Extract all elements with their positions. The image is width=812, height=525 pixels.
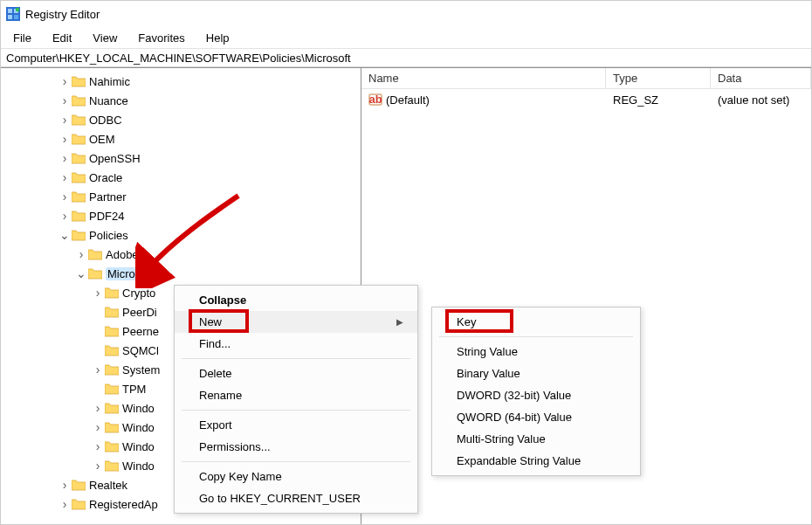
folder-icon [72,210,86,222]
tree-node-label: Windo [122,459,155,473]
context-submenu-new[interactable]: KeyString ValueBinary ValueDWORD (32-bit… [431,307,641,476]
chevron-right-icon[interactable]: › [58,190,72,203]
tree-node-label: Nahimic [89,75,130,88]
menu-help[interactable]: Help [197,30,238,46]
tree-node[interactable]: ›Nuance [1,91,361,110]
tree-node[interactable]: ⌄Policies [1,225,361,245]
ctx-item-collapse[interactable]: Collapse [175,289,417,311]
menu-item-label: QWORD (64-bit) Value [457,411,572,424]
chevron-right-icon[interactable]: › [91,459,105,472]
submenu-separator [439,336,633,337]
folder-icon [105,325,119,337]
submenu-item-key[interactable]: Key [432,311,640,333]
tree-node[interactable]: ›Oracle [1,168,361,187]
column-header-data[interactable]: Data [711,68,811,88]
chevron-right-icon[interactable]: › [58,479,72,491]
folder-icon [72,498,86,510]
tree-node-label: System [122,363,160,376]
tree-node[interactable]: ⌄Microsoft [1,264,361,283]
chevron-right-icon[interactable]: › [58,210,72,222]
tree-node[interactable]: ›OEM [1,129,361,149]
tree-node[interactable]: ›Partner [1,187,361,206]
tree-node-label: RegisteredAp [89,498,158,511]
folder-icon [105,363,119,376]
ctx-item-go-to-hkey-current-user[interactable]: Go to HKEY_CURRENT_USER [175,487,417,509]
folder-icon [72,75,86,87]
chevron-right-icon[interactable]: › [91,363,105,376]
chevron-right-icon[interactable]: › [58,114,72,126]
tree-node-label: ODBC [89,114,122,127]
menu-favorites[interactable]: Favorites [129,30,193,46]
ctx-item-delete[interactable]: Delete [175,363,417,384]
ctx-item-new[interactable]: New▶ [175,311,417,333]
tree-node[interactable]: ›OpenSSH [1,149,361,168]
tree-node-label: Microsoft [106,267,155,280]
ctx-item-rename[interactable]: Rename [175,384,417,406]
tree-node-label: Windo [122,421,155,434]
chevron-right-icon[interactable]: › [58,171,72,183]
tree-node-label: Windo [122,402,155,415]
column-header-name[interactable]: Name [361,68,606,88]
string-value-icon: ab [368,93,382,107]
app-title: Registry Editor [25,8,806,21]
chevron-right-icon[interactable]: › [91,287,105,299]
menu-item-label: Go to HKEY_CURRENT_USER [199,492,361,505]
chevron-down-icon[interactable]: ⌄ [58,231,72,239]
folder-icon [105,306,119,318]
tree-node-label: Policies [89,229,128,242]
menu-file[interactable]: File [4,30,40,46]
tree-node-label: Windo [122,440,155,453]
submenu-item-qword-64-bit-value[interactable]: QWORD (64-bit) Value [432,406,640,428]
tree-node[interactable]: ›Adobe [1,245,361,264]
folder-icon [88,267,102,280]
menu-item-label: Binary Value [457,367,520,380]
ctx-item-export[interactable]: Export [175,414,417,436]
chevron-down-icon[interactable]: ⌄ [74,269,88,278]
tree-node-label: Peerne [122,325,159,338]
menu-item-label: Expandable String Value [457,454,581,467]
ctx-item-permissions[interactable]: Permissions... [175,436,417,458]
chevron-right-icon[interactable]: › [91,440,105,452]
chevron-right-icon[interactable]: › [58,75,72,87]
tree-node-label: TPM [122,383,146,396]
folder-icon [105,440,119,452]
chevron-right-icon[interactable]: › [91,402,105,414]
menu-item-label: Delete [199,367,232,380]
menu-view[interactable]: View [84,30,126,46]
chevron-right-icon[interactable]: › [58,94,72,107]
submenu-item-expandable-string-value[interactable]: Expandable String Value [432,450,640,472]
address-bar[interactable]: Computer\HKEY_LOCAL_MACHINE\SOFTWARE\Pol… [1,48,811,67]
menu-item-label: Key [457,315,476,328]
submenu-item-binary-value[interactable]: Binary Value [432,363,640,384]
folder-icon [88,248,102,260]
tree-node[interactable]: ›Nahimic [1,72,361,91]
values-header: Name Type Data [361,68,811,89]
menu-edit[interactable]: Edit [44,30,80,46]
tree-node-label: PeerDi [122,306,157,319]
tree-node-label: Crypto [122,287,155,300]
chevron-right-icon[interactable]: › [74,248,88,260]
tree-node[interactable]: ›ODBC [1,110,361,129]
ctx-item-copy-key-name[interactable]: Copy Key Name [175,466,417,487]
menu-item-label: Collapse [199,294,246,307]
menu-item-label: Copy Key Name [199,470,282,483]
submenu-item-string-value[interactable]: String Value [432,341,640,363]
submenu-item-dword-32-bit-value[interactable]: DWORD (32-bit) Value [432,384,640,406]
folder-icon [72,114,86,126]
submenu-item-multi-string-value[interactable]: Multi-String Value [432,428,640,450]
chevron-right-icon[interactable]: › [58,152,72,164]
folder-icon [72,152,86,164]
value-row[interactable]: ab(Default)REG_SZ(value not set) [361,89,811,110]
folder-icon [72,133,86,145]
chevron-right-icon[interactable]: › [91,421,105,433]
menu-item-label: New [199,315,222,328]
ctx-item-find[interactable]: Find... [175,333,417,355]
chevron-right-icon[interactable]: › [58,498,72,510]
tree-node[interactable]: ›PDF24 [1,206,361,225]
menu-item-label: String Value [457,345,518,358]
ctx-separator [182,410,410,411]
chevron-right-icon[interactable]: › [58,133,72,145]
column-header-type[interactable]: Type [606,68,711,88]
folder-icon [72,171,86,183]
context-menu[interactable]: CollapseNew▶Find...DeleteRenameExportPer… [174,285,418,514]
